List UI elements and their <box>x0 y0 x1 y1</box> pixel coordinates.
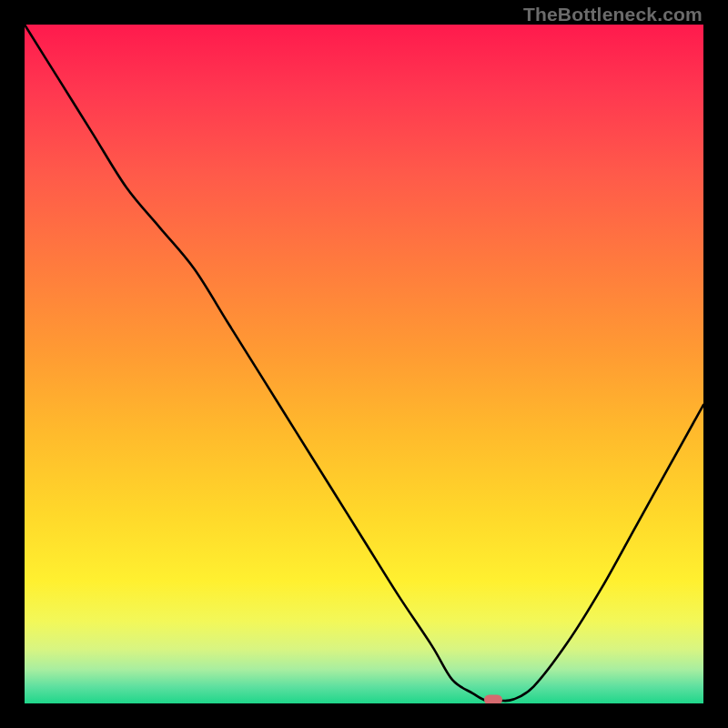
plot-area <box>25 25 703 703</box>
gradient-rect <box>25 25 703 703</box>
chart-frame: TheBottleneck.com <box>0 0 728 728</box>
optimum-marker <box>484 694 502 703</box>
chart-svg <box>25 25 703 703</box>
attribution-text: TheBottleneck.com <box>523 4 703 25</box>
